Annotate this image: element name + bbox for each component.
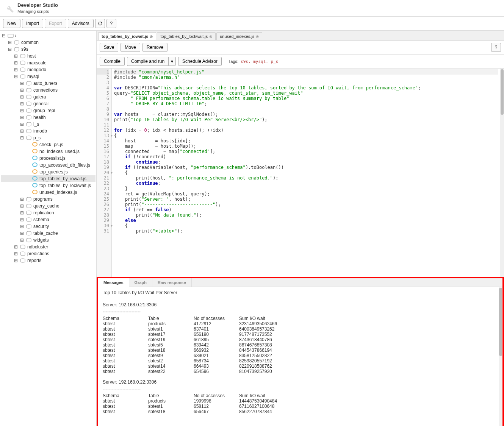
compile-run-dropdown[interactable]: ▾ bbox=[168, 57, 176, 66]
expand-icon[interactable]: ⊞ bbox=[20, 81, 24, 86]
tab-close-icon[interactable]: ⊗ bbox=[209, 34, 212, 39]
tree-folder[interactable]: ⊞galera bbox=[1, 94, 95, 100]
editor-scrollbar[interactable] bbox=[500, 69, 504, 277]
collapse-icon[interactable]: ⊟ bbox=[2, 33, 6, 38]
expand-icon[interactable]: ⊞ bbox=[20, 122, 24, 127]
tree-folder[interactable]: ⊟s9s bbox=[1, 46, 95, 53]
help-button[interactable]: ? bbox=[106, 19, 116, 28]
tree-folder[interactable]: ⊞health bbox=[1, 114, 95, 121]
expand-icon[interactable]: ⊞ bbox=[14, 251, 18, 256]
code-body[interactable]: #include "common/mysql_helper.js"#includ… bbox=[112, 69, 500, 277]
code-line[interactable]: for (idx = 0; idx < hosts.size(); ++idx) bbox=[114, 128, 498, 133]
tree-file[interactable]: no_indexes_used.js bbox=[1, 148, 95, 155]
expand-icon[interactable]: ⊞ bbox=[20, 210, 24, 215]
expand-icon[interactable]: ⊞ bbox=[20, 87, 24, 93]
output-tab-graph[interactable]: Graph bbox=[129, 278, 152, 287]
file-tree[interactable]: ⊟ / ⊞common⊟s9s⊞host⊞maxscale⊞mongodb⊟my… bbox=[0, 31, 97, 426]
tree-file[interactable]: unused_indexes.js bbox=[1, 189, 95, 196]
file-tab[interactable]: top_tables_by_iowait.js⊗ bbox=[98, 32, 156, 40]
code-line[interactable] bbox=[114, 106, 498, 112]
move-button[interactable]: Move bbox=[121, 43, 140, 52]
code-line[interactable]: } bbox=[114, 186, 498, 191]
code-line[interactable]: print("Server: ", host); bbox=[114, 197, 498, 202]
code-line[interactable]: ▾ { bbox=[114, 223, 498, 228]
code-line[interactable]: var hosts = cluster::mySqlNodes(); bbox=[114, 112, 498, 117]
compile-run-button[interactable]: Compile and run bbox=[127, 57, 168, 66]
save-button[interactable]: Save bbox=[100, 43, 118, 52]
expand-icon[interactable]: ⊞ bbox=[20, 224, 24, 229]
tree-folder[interactable]: ⊟mysql bbox=[1, 73, 95, 80]
tree-file[interactable]: top_tables_by_iowait.js bbox=[1, 175, 95, 182]
code-line[interactable]: ▾{ bbox=[114, 133, 498, 138]
expand-icon[interactable]: ⊞ bbox=[20, 115, 24, 120]
code-line[interactable]: if (ret == false) bbox=[114, 207, 498, 212]
tree-folder[interactable]: ⊞programs bbox=[1, 196, 95, 203]
tree-folder[interactable]: ⊞maxscale bbox=[1, 59, 95, 66]
tree-folder[interactable]: ⊞mongodb bbox=[1, 66, 95, 73]
expand-icon[interactable]: ⊞ bbox=[20, 237, 24, 243]
code-line[interactable]: " ORDER BY 4 DESC LIMIT 10"; bbox=[114, 101, 498, 106]
output-body[interactable]: Top 10 Tables by I/O Wait Per ServerServ… bbox=[98, 287, 499, 426]
code-line[interactable]: else bbox=[114, 218, 498, 223]
code-line[interactable]: map = host.toMap(); bbox=[114, 144, 498, 149]
expand-icon[interactable]: ⊞ bbox=[20, 94, 24, 100]
code-line[interactable]: print("Top 10 Tables by I/O Wait Per Ser… bbox=[114, 117, 498, 122]
code-line[interactable]: print(host, ": performance_schema is not… bbox=[114, 175, 498, 181]
collapse-icon[interactable]: ⊟ bbox=[8, 47, 12, 52]
reload-button[interactable] bbox=[95, 19, 105, 28]
tree-folder[interactable]: ⊞widgets bbox=[1, 237, 95, 243]
expand-icon[interactable]: ⊞ bbox=[20, 101, 24, 106]
tree-folder[interactable]: ⊞reports bbox=[1, 257, 95, 264]
tree-folder[interactable]: ⊞connections bbox=[1, 87, 95, 94]
tree-folder[interactable]: ⊞auto_tuners bbox=[1, 80, 95, 87]
code-line[interactable]: if (!connected) bbox=[114, 154, 498, 159]
code-line[interactable]: query="SELECT object_schema, object_name… bbox=[114, 91, 498, 96]
expand-icon[interactable]: ⊞ bbox=[14, 244, 18, 250]
expand-icon[interactable]: ⊞ bbox=[20, 203, 24, 209]
remove-button[interactable]: Remove bbox=[142, 43, 168, 52]
compile-button[interactable]: Compile bbox=[100, 57, 125, 66]
code-line[interactable]: ret = getValueMap(host, query); bbox=[114, 191, 498, 197]
tree-file[interactable]: check_ps.js bbox=[1, 141, 95, 148]
tree-folder[interactable]: ⊞ndbcluster bbox=[1, 243, 95, 250]
code-line[interactable]: continue; bbox=[114, 159, 498, 165]
code-line[interactable]: continue; bbox=[114, 181, 498, 186]
expand-icon[interactable]: ⊞ bbox=[8, 40, 12, 45]
code-line[interactable]: #include "common/mysql_helper.js" bbox=[114, 69, 498, 75]
output-tab-raw[interactable]: Raw response bbox=[152, 278, 192, 287]
scrollbar-thumb[interactable] bbox=[499, 288, 502, 356]
new-button[interactable]: New bbox=[3, 19, 20, 28]
import-button[interactable]: Import bbox=[22, 19, 43, 28]
tree-folder[interactable]: ⊞table_cache bbox=[1, 230, 95, 237]
code-line[interactable] bbox=[114, 122, 498, 128]
code-line[interactable]: print("No data found."); bbox=[114, 212, 498, 218]
code-editor[interactable]: 1234567891011121314151617181920212223242… bbox=[97, 69, 504, 277]
code-line[interactable]: ▾ { bbox=[114, 170, 498, 175]
tree-folder[interactable]: ⊞host bbox=[1, 53, 95, 59]
code-line[interactable]: " FROM performance_schema.table_io_waits… bbox=[114, 96, 498, 101]
tree-folder[interactable]: ⊞i_s bbox=[1, 121, 95, 128]
expand-icon[interactable]: ⊞ bbox=[20, 128, 24, 134]
tree-folder[interactable]: ⊞replication bbox=[1, 209, 95, 216]
code-line[interactable]: var DESCRIPTION="This advisor selects th… bbox=[114, 85, 498, 91]
tree-folder[interactable]: ⊞group_repl bbox=[1, 107, 95, 114]
tab-close-icon[interactable]: ⊗ bbox=[150, 34, 153, 39]
expand-icon[interactable]: ⊞ bbox=[14, 53, 18, 59]
code-line[interactable] bbox=[114, 80, 498, 85]
scrollbar-thumb[interactable] bbox=[501, 69, 504, 115]
expand-icon[interactable]: ⊞ bbox=[20, 197, 24, 202]
collapse-icon[interactable]: ⊟ bbox=[14, 74, 18, 79]
tree-file[interactable]: top_queries.js bbox=[1, 169, 95, 175]
expand-icon[interactable]: ⊞ bbox=[14, 67, 18, 72]
code-line[interactable]: #include "cmon/alarms.h" bbox=[114, 75, 498, 80]
file-tab[interactable]: unused_indexes.js⊗ bbox=[216, 32, 262, 40]
tree-folder[interactable]: ⊞schema bbox=[1, 216, 95, 223]
tree-folder[interactable]: ⊞security bbox=[1, 223, 95, 230]
expand-icon[interactable]: ⊞ bbox=[20, 108, 24, 113]
tab-close-icon[interactable]: ⊗ bbox=[256, 34, 259, 39]
tree-folder[interactable]: ⊞query_cache bbox=[1, 203, 95, 209]
expand-icon[interactable]: ⊞ bbox=[20, 231, 24, 236]
code-line[interactable]: host = hosts[idx]; bbox=[114, 138, 498, 144]
output-scrollbar[interactable] bbox=[499, 287, 502, 426]
expand-icon[interactable]: ⊞ bbox=[20, 217, 24, 222]
